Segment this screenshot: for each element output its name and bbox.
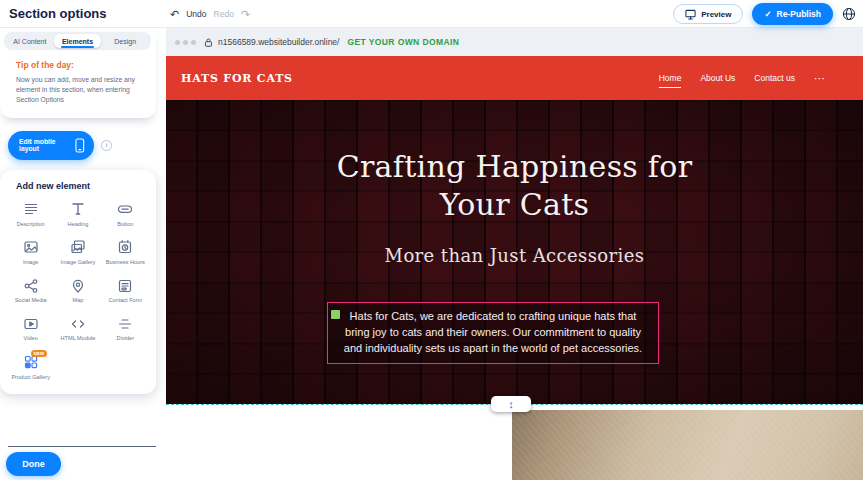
divider-icon [117,315,133,332]
element-label: Divider [117,335,134,342]
next-section-image [512,410,863,480]
get-domain-link[interactable]: GET YOUR OWN DOMAIN [347,37,459,47]
site-nav: Home About Us Contact us ⋯ [659,72,825,85]
business-hours-icon [117,239,133,256]
element-label: Product Gallery [11,374,50,381]
video-icon [23,315,39,332]
element-label: Map [73,297,84,304]
done-button[interactable]: Done [6,452,61,476]
site-url[interactable]: n1566589.websitebuilder.online/ [218,37,339,47]
hero-subheading[interactable]: More than Just Accessories [166,245,863,266]
element-divider[interactable]: Divider [103,315,148,342]
nav-contact-us[interactable]: Contact us [754,73,795,83]
element-contact-form[interactable]: Contact Form [103,277,148,304]
element-label: Video [24,335,38,342]
republish-label: Re-Publish [777,9,821,19]
top-bar-actions: Preview ✓ Re-Publish [673,0,856,28]
undo-button[interactable]: Undo [186,9,206,19]
element-business-hours[interactable]: Business Hours [103,239,148,266]
element-label: HTML Module [61,335,96,342]
element-label: Image [23,259,39,266]
element-label: Social Media [15,297,47,304]
redo-button[interactable]: Redo [214,9,234,19]
element-button[interactable]: Button [103,201,148,228]
map-icon [70,277,86,294]
social-media-icon [23,277,39,294]
tip-title: Tip of the day: [16,60,144,70]
site-logo[interactable]: HATS FOR CATS [181,72,293,85]
hero-heading[interactable]: Crafting Happiness for Your Cats [334,148,696,225]
sidebar-top-card: AI Content Elements Design Tip of the da… [0,28,156,118]
element-map[interactable]: Map [55,277,100,304]
element-description[interactable]: Description [8,201,53,228]
top-bar: Section options ↶ Undo Redo ↷ Preview ✓ … [0,0,863,28]
element-label: Contact Form [108,297,142,304]
browser-bar: n1566589.websitebuilder.online/ GET YOUR… [166,28,863,56]
element-html-module[interactable]: HTML Module [55,315,100,342]
sidebar-bottom-divider [8,446,156,447]
nav-home[interactable]: Home [659,73,682,83]
new-badge: NEW [31,350,48,357]
resize-arrows-icon: ↕ [508,399,514,410]
sidebar: AI Content Elements Design Tip of the da… [0,28,166,480]
republish-button[interactable]: ✓ Re-Publish [752,3,833,25]
site-canvas: HATS FOR CATS Home About Us Contact us ⋯… [166,56,863,480]
element-social-media[interactable]: Social Media [8,277,53,304]
section-resize-handle[interactable]: ↕ [491,396,531,412]
mobile-layout-row: Edit mobile layout i [8,131,166,160]
element-heading[interactable]: Heading [55,201,100,228]
add-element-panel: Add new element Description Heading [0,170,156,394]
workspace: n1566589.websitebuilder.online/ GET YOUR… [166,28,863,480]
description-icon [23,201,39,218]
check-icon: ✓ [764,9,771,19]
hero-paragraph: Hats for Cats, we are dedicated to craft… [344,310,642,354]
element-label: Heading [68,221,89,228]
hero-paragraph-box[interactable]: Hats for Cats, we are dedicated to craft… [327,302,659,364]
monitor-icon [685,9,696,20]
edit-mobile-layout-button[interactable]: Edit mobile layout [8,131,94,160]
preview-button[interactable]: Preview [673,4,743,24]
element-image[interactable]: Image [8,239,53,266]
add-element-title: Add new element [16,181,148,191]
history-controls: ↶ Undo Redo ↷ [170,0,250,28]
preview-label: Preview [701,10,731,19]
element-label: Business Hours [106,259,145,266]
next-section[interactable] [166,405,863,480]
nav-about-us[interactable]: About Us [700,73,735,83]
element-label: Image Gallery [61,259,96,266]
element-grid: Description Heading Button [8,201,148,381]
browser-dots [175,40,196,45]
edit-mobile-layout-label: Edit mobile layout [19,138,75,152]
tab-design[interactable]: Design [101,34,149,48]
element-label: Button [117,221,133,228]
element-label: Description [17,221,45,228]
button-icon [117,201,133,218]
tip-card: Tip of the day: Now you can add, move an… [0,50,156,106]
browser-dot [175,40,180,45]
phone-icon [75,138,85,153]
redo-icon[interactable]: ↷ [241,8,250,21]
site-header[interactable]: HATS FOR CATS Home About Us Contact us ⋯ [166,56,863,100]
page-title: Section options [9,6,107,21]
element-product-gallery[interactable]: NEW Product Gallery [8,354,53,381]
image-icon [23,239,39,256]
contact-form-icon [117,277,133,294]
undo-icon[interactable]: ↶ [170,8,179,21]
sidebar-tabs: AI Content Elements Design [4,32,151,50]
browser-dot [191,40,196,45]
hero-section[interactable]: Crafting Happiness for Your Cats More th… [166,100,863,404]
element-drag-handle[interactable] [331,310,340,319]
tab-ai-content[interactable]: AI Content [6,34,54,48]
globe-icon[interactable] [842,7,856,21]
html-module-icon [70,315,86,332]
nav-more-icon[interactable]: ⋯ [814,72,825,85]
tab-elements[interactable]: Elements [54,34,102,48]
element-image-gallery[interactable]: Image Gallery [55,239,100,266]
element-video[interactable]: Video [8,315,53,342]
browser-dot [183,40,188,45]
lock-icon [204,37,213,48]
app: Section options ↶ Undo Redo ↷ Preview ✓ … [0,0,863,480]
info-icon[interactable]: i [101,140,112,151]
heading-icon [70,201,86,218]
image-gallery-icon [70,239,86,256]
